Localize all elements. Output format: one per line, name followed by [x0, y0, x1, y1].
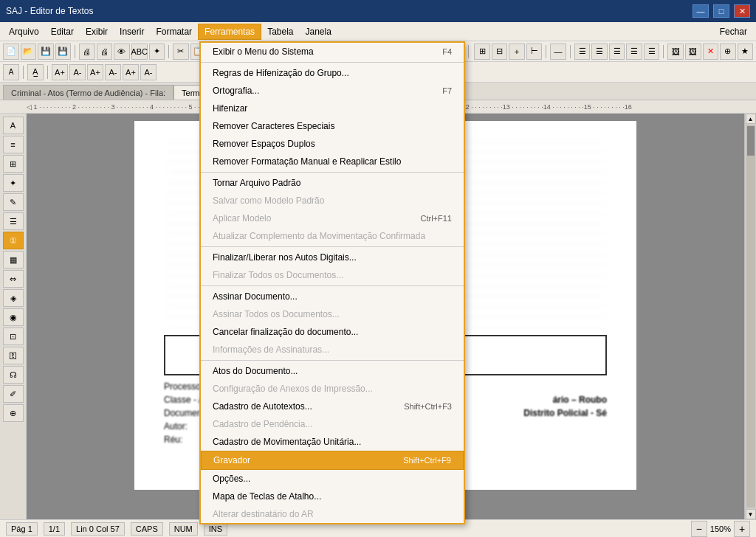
scroll-track[interactable]: [746, 125, 755, 507]
zoom-increase-button[interactable]: +: [734, 521, 750, 537]
menu-item-atualizar: Atualizar Complemento da Movimentação Co…: [201, 227, 464, 245]
lp-btn-6[interactable]: ☰: [3, 212, 24, 230]
menu-item-label: Cancelar finalização do documento...: [213, 327, 358, 337]
open-button[interactable]: 📂: [21, 44, 37, 60]
special2-button[interactable]: ⊕: [720, 44, 736, 60]
scroll-down-button[interactable]: ▼: [746, 509, 756, 519]
lp-btn-10[interactable]: ◈: [3, 289, 24, 307]
menu-item-gravador[interactable]: Gravador Shift+Ctrl+F9: [201, 451, 464, 470]
lp-btn-7[interactable]: ①: [3, 232, 24, 249]
status-position: Lin 0 Col 57: [71, 522, 125, 536]
menu-item-remover-chars[interactable]: Remover Caracteres Especiais: [201, 117, 464, 135]
table2-button[interactable]: ⊟: [492, 44, 508, 60]
sep1: [75, 45, 75, 58]
align1-button[interactable]: —: [550, 44, 566, 60]
lp-btn-11[interactable]: ◉: [3, 308, 24, 326]
sep-3: [201, 246, 464, 247]
print2-button[interactable]: 🖨: [97, 44, 113, 60]
fontbig3-button[interactable]: A+: [123, 64, 139, 80]
lp-btn-4[interactable]: ✦: [3, 174, 24, 192]
menu-item-label: Ortografia...: [213, 86, 259, 96]
menu-exibir[interactable]: Exibir: [80, 24, 114, 39]
table3-button[interactable]: +: [509, 44, 525, 60]
menu-ferramentas[interactable]: Ferramentas: [198, 24, 261, 40]
maximize-button[interactable]: □: [713, 4, 729, 18]
lp-btn-3[interactable]: ⊞: [3, 155, 24, 173]
titlebar: SAJ - Editor de Textos — □ ✕: [0, 0, 756, 22]
menu-item-shortcut: F7: [442, 86, 452, 95]
col2-button[interactable]: ☰: [591, 44, 608, 60]
img-button[interactable]: 🖼: [667, 44, 684, 60]
tab-criminal[interactable]: Criminal - Atos (Termo de Audiência) - F…: [3, 85, 173, 100]
menu-item-mapa-teclas[interactable]: Mapa de Teclas de Atalho...: [201, 488, 464, 505]
lp-btn-15[interactable]: ✐: [3, 385, 24, 403]
red-button[interactable]: ✕: [703, 44, 719, 60]
menu-tabela[interactable]: Tabela: [261, 24, 299, 39]
menu-item-ortografia[interactable]: Ortografia... F7: [201, 82, 464, 100]
font-color-button[interactable]: A: [3, 64, 19, 80]
sep7: [546, 45, 546, 58]
menu-janela[interactable]: Janela: [300, 24, 337, 39]
menu-item-movimentacao[interactable]: Cadastro de Movimentação Unitária...: [201, 433, 464, 451]
save2-button[interactable]: 💾: [55, 44, 72, 60]
lp-btn-8[interactable]: ▦: [3, 251, 24, 268]
menu-item-label: Atos do Documento...: [213, 366, 298, 376]
lp-btn-5[interactable]: ✎: [3, 193, 24, 211]
menu-item-finalizar[interactable]: Finalizar/Liberar nos Autos Digitais...: [201, 249, 464, 266]
menu-formatar[interactable]: Formatar: [150, 24, 198, 39]
col3-button[interactable]: ☰: [609, 44, 625, 60]
img2-button[interactable]: 🖼: [685, 44, 701, 60]
close-button[interactable]: ✕: [734, 4, 750, 18]
print-button[interactable]: 🖨: [79, 44, 95, 60]
menu-item-remover-format[interactable]: Remover Formatação Manual e Reaplicar Es…: [201, 153, 464, 170]
right-scrollbar[interactable]: ▲ ▼: [744, 114, 756, 519]
lp-btn-13[interactable]: ⚿: [3, 347, 24, 364]
fontsmall3-button[interactable]: A-: [140, 64, 157, 80]
col-button[interactable]: ☰: [574, 44, 591, 60]
menu-item-autotextos[interactable]: Cadastro de Autotextos... Shift+Ctrl+F3: [201, 398, 464, 415]
special3-button[interactable]: ★: [738, 44, 754, 60]
menu-fechar[interactable]: Fechar: [714, 24, 753, 39]
menu-item-assinar[interactable]: Assinar Documento...: [201, 288, 464, 305]
menu-item-atos[interactable]: Atos do Documento...: [201, 362, 464, 380]
save-button[interactable]: 💾: [38, 44, 54, 60]
table-insert-button[interactable]: ⊞: [474, 44, 490, 60]
menu-item-cancelar[interactable]: Cancelar finalização do documento...: [201, 323, 464, 341]
lp-btn-9[interactable]: ⇔: [3, 270, 24, 288]
col4-button[interactable]: ☰: [626, 44, 642, 60]
lp-btn-2[interactable]: ≡: [3, 136, 24, 153]
menu-item-tornar-padrao[interactable]: Tornar Arquivo Padrão: [201, 174, 464, 192]
menu-inserir[interactable]: Inserir: [114, 24, 150, 39]
table4-button[interactable]: ⊢: [526, 44, 543, 60]
fontbig2-button[interactable]: A+: [87, 64, 103, 80]
fontbig-button[interactable]: A+: [52, 64, 68, 80]
scroll-thumb[interactable]: [747, 126, 755, 156]
highlight-button[interactable]: A̲: [27, 64, 44, 80]
lp-btn-16[interactable]: ⊕: [3, 404, 24, 422]
menu-arquivo[interactable]: Arquivo: [3, 24, 45, 39]
lp-btn-14[interactable]: ☊: [3, 366, 24, 384]
sep-4: [201, 285, 464, 286]
cut-button[interactable]: ✂: [173, 44, 189, 60]
lp-btn-12[interactable]: ⊡: [3, 328, 24, 345]
minimize-button[interactable]: —: [693, 4, 709, 18]
new-button[interactable]: 📄: [3, 44, 19, 60]
preview-button[interactable]: 👁: [114, 44, 130, 60]
spellcheck-button[interactable]: ABC: [131, 44, 148, 60]
fontsmall-button[interactable]: A-: [69, 64, 86, 80]
menu-item-opcoes[interactable]: Opções...: [201, 470, 464, 488]
menu-item-hifenizar[interactable]: Hifenizar: [201, 100, 464, 117]
menu-editar[interactable]: Editar: [45, 24, 80, 39]
special-button[interactable]: ✦: [149, 44, 165, 60]
menu-item-remover-espacos[interactable]: Remover Espaços Duplos: [201, 135, 464, 153]
fontsmall2-button[interactable]: A-: [105, 64, 121, 80]
col5-button[interactable]: ☰: [644, 44, 660, 60]
scroll-up-button[interactable]: ▲: [746, 114, 756, 124]
menu-item-exibir-menu[interactable]: Exibir o Menu do Sistema F4: [201, 43, 464, 60]
menu-item-label: Tornar Arquivo Padrão: [213, 178, 300, 188]
menu-item-regras[interactable]: Regras de Hifenização do Grupo...: [201, 64, 464, 82]
lp-btn-1[interactable]: A: [3, 117, 24, 134]
zoom-decrease-button[interactable]: −: [691, 521, 707, 537]
sep-5: [201, 360, 464, 361]
menu-item-label: Alterar destinatário do AR: [213, 509, 314, 519]
